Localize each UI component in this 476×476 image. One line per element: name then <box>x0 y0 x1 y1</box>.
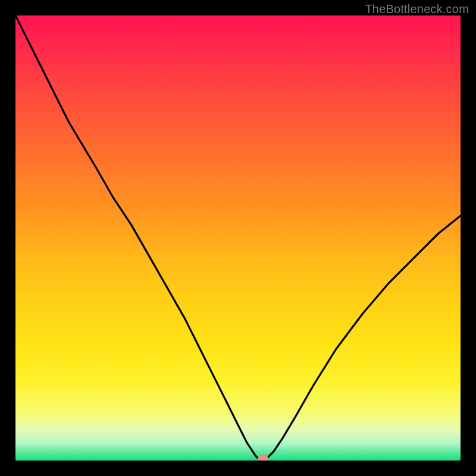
plot-area <box>15 15 461 461</box>
bottleneck-curve <box>15 15 461 461</box>
min-marker <box>258 455 268 461</box>
chart-overlay <box>15 15 461 461</box>
chart-frame: TheBottleneck.com <box>0 0 476 476</box>
watermark-text: TheBottleneck.com <box>365 2 469 16</box>
